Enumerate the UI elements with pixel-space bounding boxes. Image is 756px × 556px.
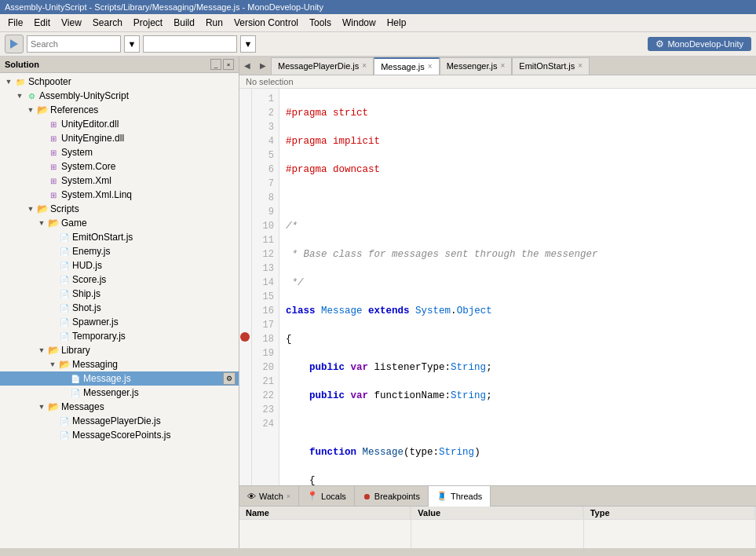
tree-item-schpooter[interactable]: ▼ 📁 Schpooter (0, 75, 239, 89)
label-systemcore: System.Core (60, 161, 115, 172)
tree-item-messaging[interactable]: ▼ 📂 Messaging (0, 357, 239, 371)
label-assembly: Assembly-UnityScript (38, 90, 129, 101)
panel-close-button[interactable]: × (223, 59, 234, 70)
search-input[interactable] (27, 35, 121, 53)
code-content[interactable]: #pragma strict #pragma implicit #pragma … (279, 89, 756, 485)
tab-emitonstart[interactable]: EmitOnStart.js × (512, 57, 590, 75)
breakpoints-label: Breakpoints (374, 492, 420, 501)
messagejs-gear-button[interactable]: ⚙ (223, 372, 236, 385)
tree-item-messagescorepoints[interactable]: 📄 MessageScorePoints.js (0, 428, 239, 442)
menu-search[interactable]: Search (88, 16, 127, 30)
tree-item-references[interactable]: ▼ 📂 References (0, 103, 239, 117)
panel-minimize-button[interactable]: _ (210, 59, 221, 70)
tree-item-systemxmllinq[interactable]: ⊞ System.Xml.Linq (0, 188, 239, 202)
play-icon (10, 39, 18, 49)
bottom-tab-threads[interactable]: 🧵 Threads (429, 486, 491, 507)
panel-header: Solution _ × (0, 57, 239, 73)
tree-item-messages[interactable]: ▼ 📂 Messages (0, 400, 239, 414)
code-status-text: No selection (246, 77, 294, 86)
tab-label-messengerjs: Messenger.js (447, 61, 498, 71)
line-num-7: 7 (252, 177, 279, 191)
menu-versioncontrol[interactable]: Version Control (229, 16, 303, 30)
tree-item-library[interactable]: ▼ 📂 Library (0, 343, 239, 357)
tree-item-unityengine[interactable]: ⊞ UnityEngine.dll (0, 131, 239, 145)
code-editor[interactable]: 1 2 3 4 5 6 7 8 9 10 11 12 13 14 15 16 1 (239, 89, 756, 485)
tab-next-button[interactable]: ▶ (255, 58, 271, 74)
tree-item-spawner[interactable]: 📄 Spawner.js (0, 315, 239, 329)
folder-references-icon: 📂 (36, 104, 49, 116)
threads-icon: 🧵 (436, 491, 447, 501)
code-line-1: #pragma strict (286, 106, 750, 120)
tree-item-messengerjs[interactable]: 📄 Messenger.js (0, 386, 239, 400)
menu-view[interactable]: View (57, 16, 86, 30)
tab-prev-button[interactable]: ◀ (239, 58, 255, 74)
js-icon-enemy: 📄 (58, 245, 71, 258)
code-line-6: * Base class for messages sent through t… (286, 247, 750, 262)
label-messagescorepoints: MessageScorePoints.js (71, 430, 170, 441)
tree-item-systemcore[interactable]: ⊞ System.Core (0, 159, 239, 174)
tree-item-messageplayerdie[interactable]: 📄 MessagePlayerDie.js (0, 414, 239, 428)
code-line-11: public var functionName:String; (286, 389, 750, 403)
breakpoint-dot-18 (240, 332, 250, 342)
js-icon-temporary: 📄 (58, 330, 71, 342)
tree-item-systemxml[interactable]: ⊞ System.Xml (0, 174, 239, 188)
tree-item-enemy[interactable]: 📄 Enemy.js (0, 244, 239, 258)
menu-run[interactable]: Run (201, 16, 228, 30)
tree-item-temporary[interactable]: 📄 Temporary.js (0, 329, 239, 343)
dll-icon-systemxmllinq: ⊞ (47, 188, 60, 201)
tab-messengerjs[interactable]: Messenger.js × (440, 57, 513, 75)
tab-close-messageplayerdie[interactable]: × (362, 62, 367, 70)
tab-close-messengerjs[interactable]: × (500, 62, 505, 70)
tab-messagejs[interactable]: Message.js × (374, 57, 439, 75)
menu-window[interactable]: Window (338, 16, 381, 30)
tree-item-hud[interactable]: 📄 HUD.js (0, 258, 239, 273)
code-line-8: class Message extends System.Object (286, 304, 750, 318)
dll-icon-unityengine: ⊞ (47, 132, 60, 144)
tree-item-system[interactable]: ⊞ System (0, 145, 239, 159)
label-enemy: Enemy.js (71, 246, 110, 257)
monodevelop-label: MonoDevelop-Unity (667, 39, 743, 49)
menu-build[interactable]: Build (169, 16, 199, 30)
tree-item-shot[interactable]: 📄 Shot.js (0, 301, 239, 315)
search-dropdown[interactable]: ▼ (124, 35, 140, 53)
monodevelop-badge: ⚙ MonoDevelop-Unity (648, 37, 751, 51)
folder-game-icon: 📂 (47, 217, 60, 229)
label-hud: HUD.js (71, 260, 102, 271)
line-num-20: 20 (252, 360, 279, 375)
arrow-messages: ▼ (36, 403, 47, 411)
secondary-input[interactable] (143, 35, 237, 53)
line-numbers: 1 2 3 4 5 6 7 8 9 10 11 12 13 14 15 16 1 (252, 89, 279, 485)
bottom-tab-watch[interactable]: 👁 Watch × (239, 486, 299, 507)
dll-icon-systemcore: ⊞ (47, 160, 60, 173)
tree-item-assembly[interactable]: ▼ ⚙ Assembly-UnityScript (0, 89, 239, 103)
menu-tools[interactable]: Tools (305, 16, 336, 30)
menu-project[interactable]: Project (129, 16, 167, 30)
tab-messageplayerdie[interactable]: MessagePlayerDie.js × (271, 57, 374, 75)
watch-close[interactable]: × (287, 492, 290, 500)
tab-close-messagejs[interactable]: × (428, 63, 433, 71)
arrow-game: ▼ (36, 219, 47, 227)
line-num-16: 16 (252, 304, 279, 318)
tree-item-messagejs[interactable]: 📄 Message.js ⚙ (0, 371, 239, 386)
label-library: Library (60, 345, 90, 356)
menu-help[interactable]: Help (382, 16, 411, 30)
tree-item-scripts[interactable]: ▼ 📂 Scripts (0, 202, 239, 216)
line-num-4: 4 (252, 134, 279, 148)
menu-file[interactable]: File (3, 16, 27, 30)
menu-edit[interactable]: Edit (29, 16, 55, 30)
tree-item-ship[interactable]: 📄 Ship.js (0, 287, 239, 301)
line-num-10: 10 (252, 219, 279, 233)
tree-item-unityeditor[interactable]: ⊞ UnityEditor.dll (0, 117, 239, 131)
tree-item-score[interactable]: 📄 Score.js (0, 273, 239, 287)
tab-close-emitonstart[interactable]: × (578, 62, 583, 70)
tree-item-game[interactable]: ▼ 📂 Game (0, 216, 239, 230)
play-button[interactable] (5, 35, 24, 53)
bottom-tab-locals[interactable]: 📍 Locals (299, 486, 355, 507)
bottom-tab-breakpoints[interactable]: ⏺ Breakpoints (355, 486, 429, 507)
code-line-13: function Message(type:String) (286, 445, 750, 459)
bottom-col-type: Type (584, 507, 756, 548)
folder-messages-icon: 📂 (47, 401, 60, 413)
tree-item-emitonstart[interactable]: 📄 EmitOnStart.js (0, 230, 239, 244)
secondary-dropdown[interactable]: ▼ (240, 35, 256, 53)
arrow-references: ▼ (25, 106, 36, 114)
